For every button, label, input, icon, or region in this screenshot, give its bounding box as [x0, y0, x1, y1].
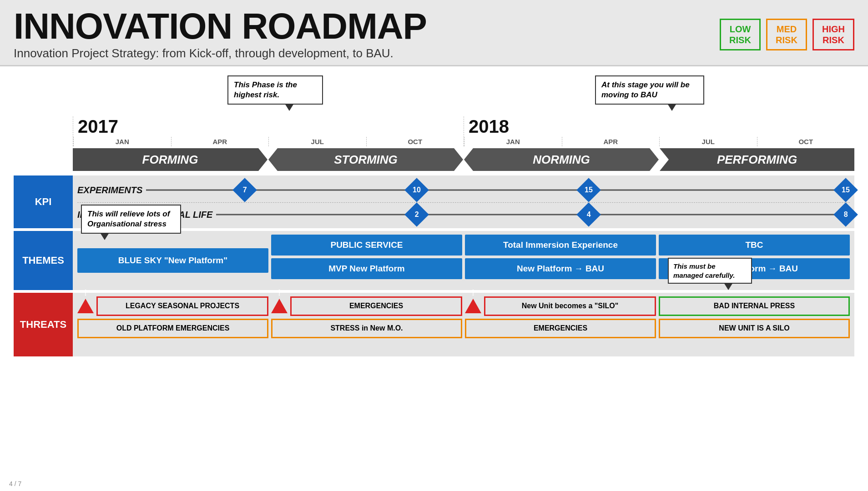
risk-badges: LOWRISK MEDRISK HIGHRISK [720, 19, 854, 50]
subtitle: Innovation Project Strategy: from Kick-o… [14, 46, 427, 60]
kpi-diamond-7: 7 [232, 178, 257, 202]
threat-new-unit-silo: New Unit becomes a "SILO" [484, 296, 656, 316]
threats-col-1: ! LEGACY SEASONAL PROJECTS OLD PLATFORM … [77, 296, 268, 353]
threats-col-2: ! EMERGENCIES STRESS in New M.O. [271, 296, 462, 353]
theme-blue-sky: BLUE SKY "New Platform" [77, 248, 268, 273]
year-2018: 2018 [464, 116, 854, 137]
storming-callout: This Phase is the highest risk. [227, 75, 323, 105]
themes-callout: This will relieve lots of Organisational… [81, 205, 181, 234]
phase-storming: STORMING [268, 148, 463, 171]
kpi-diamond-2: 2 [404, 202, 429, 227]
themes-col-1: BLUE SKY "New Platform" [77, 235, 268, 286]
phase-performing: PERFORMING [660, 148, 854, 171]
threat-emergencies-2: EMERGENCIES [465, 319, 656, 338]
exclaim-icon-3: ! [465, 299, 481, 313]
footer: 4 / 7 [9, 480, 21, 487]
threat-new-unit-is-silo: NEW UNIT IS A SILO [659, 319, 850, 338]
threat-old-platform: OLD PLATFORM EMERGENCIES [77, 319, 268, 338]
kpi-diamond-8: 8 [833, 202, 858, 227]
theme-tbc: TBC [659, 235, 850, 256]
kpi-label: KPI [14, 175, 73, 228]
theme-mvp: MVP New Platform [271, 258, 462, 279]
kpi-diamond-15b: 15 [833, 178, 858, 202]
threat-callout: This must be managed carefully. [668, 258, 752, 284]
theme-public-service: PUBLIC SERVICE [271, 235, 462, 256]
timeline-area: 2017 JAN APR JUL OCT 2018 JAN APR JUL [14, 116, 854, 171]
kpi-experiments-label: EXPERIMENTS [77, 185, 146, 195]
threats-col-3: ! New Unit becomes a "SILO" EMERGENCIES [465, 296, 656, 353]
slide: INNOVATION ROADMAP Innovation Project St… [0, 0, 868, 491]
month-apr-2018: APR [562, 137, 660, 146]
low-risk-badge: LOWRISK [720, 19, 761, 50]
theme-new-platform-bau-1: New Platform → BAU [465, 258, 656, 279]
theme-total-immersion: Total Immersion Experience [465, 235, 656, 256]
threat-legacy-seasonal: LEGACY SEASONAL PROJECTS [96, 296, 268, 316]
month-jan-2018: JAN [464, 137, 562, 146]
month-jan-2017: JAN [73, 137, 171, 146]
month-oct-2018: OCT [757, 137, 855, 146]
kpi-experiments-track: EXPERIMENTS 7 10 15 15 [73, 177, 854, 202]
med-risk-badge: MEDRISK [766, 19, 807, 50]
exclaim-icon-2: ! [271, 299, 288, 313]
month-apr-2017: APR [171, 137, 269, 146]
kpi-diamond-10: 10 [404, 178, 429, 202]
themes-label: THEMES [14, 231, 73, 290]
year-2017: 2017 [73, 116, 464, 137]
threat-silo-row: ! New Unit becomes a "SILO" [465, 296, 656, 316]
themes-col-2: PUBLIC SERVICE MVP New Platform [271, 235, 462, 286]
themes-col-3: Total Immersion Experience New Platform … [465, 235, 656, 286]
threat-emergencies-1: EMERGENCIES [290, 296, 462, 316]
phase-norming: NORMING [464, 148, 659, 171]
exclaim-icon-1: ! [77, 299, 94, 313]
threats-col-4: This must be managed carefully. BAD INTE… [659, 296, 850, 353]
threats-label: THREATS [14, 293, 73, 356]
threat-bad-internal-press: BAD INTERNAL PRESS [659, 296, 850, 316]
month-oct-2017: OCT [366, 137, 464, 146]
month-jul-2017: JUL [268, 137, 366, 146]
threat-emergencies-row: ! EMERGENCIES [271, 296, 462, 316]
phase-forming: FORMING [73, 148, 267, 171]
header-left: INNOVATION ROADMAP Innovation Project St… [14, 8, 427, 60]
month-jul-2018: JUL [659, 137, 757, 146]
kpi-experiments-line [77, 189, 850, 190]
threat-stress: STRESS in New M.O. [271, 319, 462, 338]
kpi-content: EXPERIMENTS 7 10 15 15 INNOVATIONS INTO … [73, 175, 854, 228]
threats-content: ! LEGACY SEASONAL PROJECTS OLD PLATFORM … [73, 293, 854, 356]
main-content: This Phase is the highest risk. At this … [0, 66, 868, 361]
threats-section: THREATS ! LEGACY SEASONAL PROJECTS OLD P… [14, 293, 854, 356]
performing-callout: At this stage you will be moving to BAU [595, 75, 704, 105]
high-risk-badge: HIGHRISK [812, 19, 854, 50]
kpi-diamond-15a: 15 [576, 178, 601, 202]
kpi-innovations-track: INNOVATIONS INTO REAL LIFE 2 4 8 [73, 203, 854, 226]
threat-legacy-row: ! LEGACY SEASONAL PROJECTS [77, 296, 268, 316]
header: INNOVATION ROADMAP Innovation Project St… [0, 0, 868, 66]
main-title: INNOVATION ROADMAP [14, 8, 427, 45]
kpi-diamond-4: 4 [576, 202, 601, 227]
